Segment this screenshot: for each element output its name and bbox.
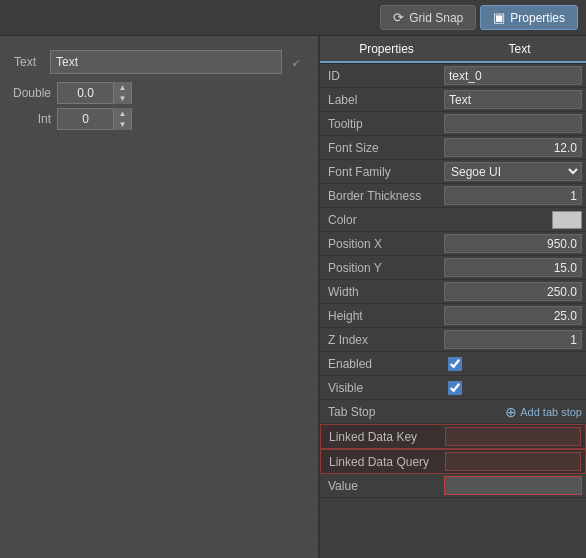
prop-value-positionx bbox=[440, 232, 586, 255]
prop-value-fontfamily: Segoe UI Arial Times New Roman Courier N… bbox=[440, 160, 586, 183]
prop-value-id bbox=[440, 64, 586, 87]
prop-value-positiony bbox=[440, 256, 586, 279]
prop-row-value: Value bbox=[320, 474, 586, 498]
prop-input-tooltip[interactable] bbox=[444, 114, 582, 133]
left-panel: Text ↙ Double 0.0 ▲ ▼ Int 0 bbox=[0, 36, 320, 558]
prop-label-enabled: Enabled bbox=[320, 355, 440, 373]
prop-row-visible: Visible bbox=[320, 376, 586, 400]
text-main-input[interactable] bbox=[50, 50, 282, 74]
prop-label-borderthickness: Border Thickness bbox=[320, 187, 440, 205]
int-label: Int bbox=[6, 112, 51, 126]
prop-checkbox-visible[interactable] bbox=[448, 381, 462, 395]
prop-value-borderthickness bbox=[440, 184, 586, 207]
right-panel: Properties Text ID Label bbox=[320, 36, 586, 558]
prop-row-tabstop: Tab Stop ⊕ Add tab stop bbox=[320, 400, 586, 424]
main-layout: Text ↙ Double 0.0 ▲ ▼ Int 0 bbox=[0, 36, 586, 558]
prop-label-id: ID bbox=[320, 67, 440, 85]
properties-icon: ▣ bbox=[493, 10, 505, 25]
int-up-arrow[interactable]: ▲ bbox=[114, 108, 131, 119]
prop-label-width: Width bbox=[320, 283, 440, 301]
prop-value-visible bbox=[440, 379, 586, 397]
grid-snap-label: Grid Snap bbox=[409, 11, 463, 25]
prop-value-value bbox=[440, 474, 586, 497]
prop-input-width[interactable] bbox=[444, 282, 582, 301]
prop-value-height bbox=[440, 304, 586, 327]
prop-row-positiony: Position Y bbox=[320, 256, 586, 280]
int-down-arrow[interactable]: ▼ bbox=[114, 119, 131, 130]
prop-label-zindex: Z Index bbox=[320, 331, 440, 349]
prop-color-swatch[interactable] bbox=[552, 211, 582, 229]
prop-label-tabstop: Tab Stop bbox=[320, 403, 440, 421]
prop-row-zindex: Z Index bbox=[320, 328, 586, 352]
left-controls: Text ↙ Double 0.0 ▲ ▼ Int 0 bbox=[0, 36, 318, 136]
properties-label: Properties bbox=[510, 11, 565, 25]
prop-select-fontfamily[interactable]: Segoe UI Arial Times New Roman Courier N… bbox=[444, 162, 582, 181]
prop-row-linkeddatakey: Linked Data Key bbox=[320, 424, 586, 449]
prop-input-fontsize[interactable] bbox=[444, 138, 582, 157]
prop-label-value: Value bbox=[320, 477, 440, 495]
prop-label-positiony: Position Y bbox=[320, 259, 440, 277]
prop-input-value[interactable] bbox=[444, 476, 582, 495]
tab-text[interactable]: Text bbox=[453, 36, 586, 63]
toolbar: ⟳ Grid Snap ▣ Properties bbox=[0, 0, 586, 36]
prop-value-tabstop: ⊕ Add tab stop bbox=[440, 402, 586, 422]
prop-input-label[interactable] bbox=[444, 90, 582, 109]
prop-label-visible: Visible bbox=[320, 379, 440, 397]
prop-label-fontsize: Font Size bbox=[320, 139, 440, 157]
add-tab-icon: ⊕ bbox=[505, 404, 517, 420]
prop-label-label: Label bbox=[320, 91, 440, 109]
double-label: Double bbox=[6, 86, 51, 100]
properties-button[interactable]: ▣ Properties bbox=[480, 5, 578, 30]
int-value: 0 bbox=[58, 112, 113, 126]
double-spinner: 0.0 ▲ ▼ bbox=[57, 82, 132, 104]
prop-row-fontsize: Font Size bbox=[320, 136, 586, 160]
prop-input-linkeddataquery[interactable] bbox=[445, 452, 581, 471]
prop-row-fontfamily: Font Family Segoe UI Arial Times New Rom… bbox=[320, 160, 586, 184]
text-input-row: Text ↙ bbox=[6, 42, 312, 78]
grid-snap-icon: ⟳ bbox=[393, 10, 404, 25]
prop-row-color: Color bbox=[320, 208, 586, 232]
prop-row-width: Width bbox=[320, 280, 586, 304]
props-header: Properties Text bbox=[320, 36, 586, 64]
int-spinner: 0 ▲ ▼ bbox=[57, 108, 132, 130]
double-row: Double 0.0 ▲ ▼ bbox=[6, 82, 312, 104]
prop-label-linkeddataquery: Linked Data Query bbox=[321, 453, 441, 471]
prop-input-height[interactable] bbox=[444, 306, 582, 325]
int-spinner-arrows[interactable]: ▲ ▼ bbox=[113, 108, 131, 130]
double-spinner-arrows[interactable]: ▲ ▼ bbox=[113, 82, 131, 104]
prop-input-id[interactable] bbox=[444, 66, 582, 85]
prop-value-linkeddatakey bbox=[441, 425, 585, 448]
prop-value-linkeddataquery bbox=[441, 450, 585, 473]
int-row: Int 0 ▲ ▼ bbox=[6, 108, 312, 130]
prop-row-tooltip: Tooltip bbox=[320, 112, 586, 136]
prop-input-borderthickness[interactable] bbox=[444, 186, 582, 205]
prop-label-positionx: Position X bbox=[320, 235, 440, 253]
double-down-arrow[interactable]: ▼ bbox=[114, 93, 131, 104]
prop-label-tooltip: Tooltip bbox=[320, 115, 440, 133]
prop-row-label: Label bbox=[320, 88, 586, 112]
tab-properties[interactable]: Properties bbox=[320, 36, 453, 63]
prop-value-enabled bbox=[440, 355, 586, 373]
prop-label-height: Height bbox=[320, 307, 440, 325]
prop-checkbox-enabled[interactable] bbox=[448, 357, 462, 371]
prop-input-positiony[interactable] bbox=[444, 258, 582, 277]
prop-row-linkeddataquery: Linked Data Query bbox=[320, 449, 586, 474]
prop-label-fontfamily: Font Family bbox=[320, 163, 440, 181]
prop-value-tooltip bbox=[440, 112, 586, 135]
prop-row-height: Height bbox=[320, 304, 586, 328]
double-value: 0.0 bbox=[58, 86, 113, 100]
props-table: ID Label Tooltip Font S bbox=[320, 64, 586, 558]
text-label: Text bbox=[14, 55, 44, 69]
text-corner-icon: ↙ bbox=[288, 54, 304, 70]
prop-value-fontsize bbox=[440, 136, 586, 159]
prop-row-positionx: Position X bbox=[320, 232, 586, 256]
add-tab-stop-button[interactable]: ⊕ Add tab stop bbox=[505, 404, 582, 420]
prop-input-zindex[interactable] bbox=[444, 330, 582, 349]
double-up-arrow[interactable]: ▲ bbox=[114, 82, 131, 93]
prop-input-positionx[interactable] bbox=[444, 234, 582, 253]
prop-row-borderthickness: Border Thickness bbox=[320, 184, 586, 208]
prop-value-width bbox=[440, 280, 586, 303]
prop-input-linkeddatakey[interactable] bbox=[445, 427, 581, 446]
grid-snap-button[interactable]: ⟳ Grid Snap bbox=[380, 5, 476, 30]
add-tab-label: Add tab stop bbox=[520, 406, 582, 418]
